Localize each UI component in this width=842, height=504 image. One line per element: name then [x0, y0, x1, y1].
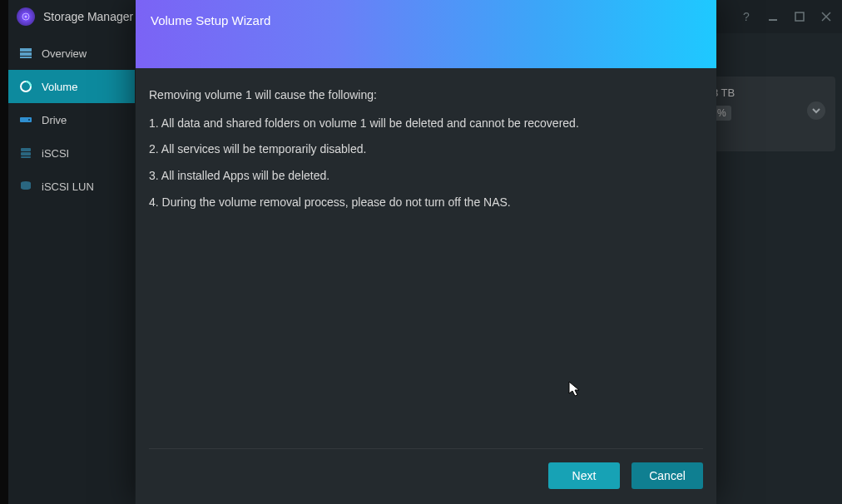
volume-size: 8 TB	[712, 86, 825, 99]
minimize-icon[interactable]	[765, 9, 780, 24]
sidebar-item-volume[interactable]: Volume	[8, 70, 135, 103]
overview-icon	[18, 46, 33, 61]
sidebar-item-label: Drive	[42, 114, 67, 126]
drive-icon	[18, 112, 33, 127]
volume-panel[interactable]: 8 TB %	[702, 77, 835, 151]
svg-rect-12	[21, 148, 31, 151]
sidebar-item-label: Overview	[42, 47, 87, 60]
volume-icon	[18, 79, 33, 94]
volume-setup-wizard-modal: Volume Setup Wizard Removing volume 1 wi…	[136, 0, 716, 504]
iscsi-lun-icon	[18, 179, 33, 194]
sidebar: Overview Volume Drive iSCSI iSCSI LUN	[8, 33, 135, 504]
sidebar-item-label: iSCSI LUN	[42, 180, 94, 193]
window-controls: ?	[739, 9, 834, 24]
modal-warning-item: 1. All data and shared folders on volume…	[149, 115, 703, 133]
svg-point-11	[28, 119, 30, 121]
modal-warning-heading: Removing volume 1 will cause the followi…	[149, 86, 703, 105]
modal-title: Volume Setup Wizard	[151, 13, 270, 27]
modal-warning-item: 2. All services will be temporarily disa…	[149, 141, 703, 159]
sidebar-item-label: iSCSI	[42, 147, 69, 160]
app-icon	[17, 7, 35, 26]
iscsi-icon	[18, 146, 33, 161]
next-button[interactable]: Next	[548, 462, 620, 489]
maximize-icon[interactable]	[792, 9, 807, 24]
svg-rect-7	[20, 52, 32, 56]
svg-point-1	[25, 16, 27, 18]
sidebar-item-iscsi[interactable]: iSCSI	[8, 136, 135, 170]
svg-rect-3	[795, 12, 804, 21]
svg-rect-14	[21, 156, 31, 158]
modal-header: Volume Setup Wizard	[136, 0, 716, 68]
chevron-down-icon[interactable]	[807, 101, 825, 120]
svg-rect-6	[20, 48, 32, 52]
close-icon[interactable]	[819, 9, 834, 24]
svg-rect-13	[21, 152, 31, 156]
sidebar-item-iscsi-lun[interactable]: iSCSI LUN	[8, 170, 135, 203]
cancel-button[interactable]: Cancel	[632, 462, 703, 489]
modal-warning-item: 3. All installed Apps will be deleted.	[149, 167, 703, 185]
sidebar-item-drive[interactable]: Drive	[8, 103, 135, 136]
modal-body: Removing volume 1 will cause the followi…	[136, 68, 716, 448]
help-icon[interactable]: ?	[739, 9, 754, 24]
modal-footer: Next Cancel	[149, 448, 703, 504]
sidebar-item-overview[interactable]: Overview	[8, 37, 135, 70]
modal-warning-item: 4. During the volume removal process, pl…	[149, 194, 703, 212]
sidebar-item-label: Volume	[42, 81, 77, 93]
svg-rect-8	[20, 57, 32, 58]
